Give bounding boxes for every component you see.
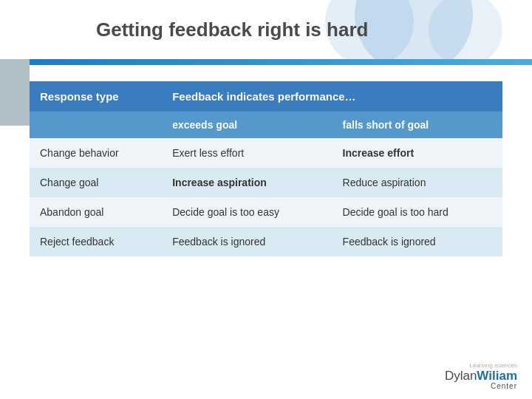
col-feedback-header: Feedback indicates performance… bbox=[162, 81, 502, 112]
row-label: Reject feedback bbox=[30, 227, 162, 256]
header: Getting feedback right is hard bbox=[0, 0, 532, 59]
row-label: Abandon goal bbox=[30, 197, 162, 227]
main-content: Response type Feedback indicates perform… bbox=[0, 65, 532, 264]
table-row: Reject feedback Feedback is ignored Feed… bbox=[30, 227, 502, 256]
footer-branding: Learning sciences DylanWiliam Center bbox=[445, 362, 517, 390]
row-falls: Feedback is ignored bbox=[332, 227, 502, 256]
footer-last-name: Wiliam bbox=[477, 369, 517, 383]
col-response-type-header: Response type bbox=[30, 81, 162, 112]
table-row: Change goal Increase aspiration Reduce a… bbox=[30, 168, 502, 197]
page-title: Getting feedback right is hard bbox=[96, 18, 368, 41]
row-exceeds: Increase aspiration bbox=[162, 168, 332, 197]
row-label: Change goal bbox=[30, 168, 162, 197]
row-falls: Reduce aspiration bbox=[332, 168, 502, 197]
sub-header-blank bbox=[30, 112, 162, 138]
row-exceeds: Exert less effort bbox=[162, 138, 332, 168]
row-falls: Decide goal is too hard bbox=[332, 197, 502, 227]
footer-center-label: Center bbox=[445, 382, 517, 390]
feedback-table: Response type Feedback indicates perform… bbox=[30, 81, 502, 256]
row-label: Change behavior bbox=[30, 138, 162, 168]
row-falls: Increase effort bbox=[332, 138, 502, 168]
sub-header-falls: falls short of goal bbox=[332, 112, 502, 138]
accent-bar bbox=[0, 59, 532, 65]
sub-header-exceeds: exceeds goal bbox=[162, 112, 332, 138]
footer-first-name: Dylan bbox=[445, 369, 477, 383]
table-row: Change behavior Exert less effort Increa… bbox=[30, 138, 502, 168]
row-exceeds: Decide goal is too easy bbox=[162, 197, 332, 227]
left-accent-block bbox=[0, 59, 30, 126]
deco-circle-3 bbox=[429, 0, 502, 59]
table-row: Abandon goal Decide goal is too easy Dec… bbox=[30, 197, 502, 227]
row-exceeds: Feedback is ignored bbox=[162, 227, 332, 256]
footer-brand-name: DylanWiliam bbox=[445, 369, 517, 382]
